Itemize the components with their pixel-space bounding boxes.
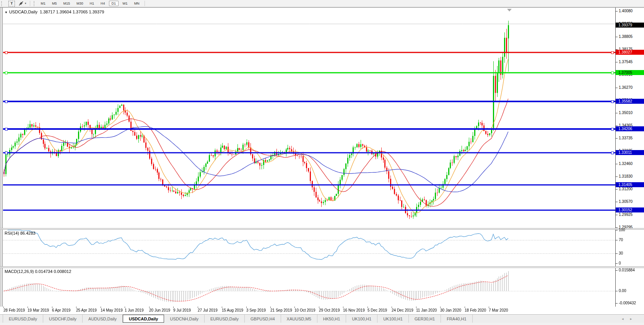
date-axis-label: 29 Oct 2019 xyxy=(319,308,340,312)
price-chart-canvas[interactable] xyxy=(3,8,615,229)
price-axis-tickmark xyxy=(616,37,618,37)
date-axis-tickmark xyxy=(270,307,271,308)
current-price-badge: 1.39379 xyxy=(616,23,644,28)
price-line-badge: 1.37005 xyxy=(616,70,644,75)
date-axis-tickmark xyxy=(489,307,489,308)
cursor-arrows-icon xyxy=(18,1,24,6)
timeframe-button[interactable]: M15 xyxy=(61,1,73,6)
date-axis-label: 19 Mar 2019 xyxy=(28,308,49,312)
price-axis-tickmark xyxy=(616,88,618,88)
symbol-tab[interactable]: FRA40,H1 xyxy=(441,315,472,323)
macd-chart-canvas[interactable] xyxy=(3,268,615,307)
chart-title: ▼USDCAD,Daily 1.38717 1.39604 1.37065 1.… xyxy=(5,10,104,14)
date-axis[interactable]: 28 Feb 201919 Mar 20196 Apr 201925 Apr 2… xyxy=(0,307,644,314)
symbol-tab[interactable]: UK100,H1 xyxy=(377,315,409,323)
tab-scroll-right-icon[interactable]: ► xyxy=(629,317,633,321)
date-axis-tickmark xyxy=(149,307,150,308)
price-axis-tickmark xyxy=(616,215,618,215)
date-axis-label: 27 Jul 2019 xyxy=(198,308,218,312)
chart-frame-line xyxy=(1,8,1,228)
bar-high: 1.39604 xyxy=(56,10,72,14)
date-axis-label: 18 Feb 2020 xyxy=(465,308,486,312)
bar-low: 1.37065 xyxy=(73,10,88,14)
rsi-label: RSI(14) 86.4283 xyxy=(5,231,36,235)
date-axis-tickmark xyxy=(294,307,295,308)
symbol-tab[interactable]: USDCHF,Daily xyxy=(43,315,83,323)
date-axis-tickmark xyxy=(28,307,28,308)
chevron-down-icon: ▾ xyxy=(25,2,26,5)
date-axis-label: 20 Jun 2019 xyxy=(149,308,170,312)
rsi-pane: RSI(14) 86.4283 10070300 xyxy=(0,230,644,266)
rsi-axis-tick-label: 100 xyxy=(619,228,625,232)
text-tool-button[interactable]: T xyxy=(6,0,16,7)
price-axis-tick-label: 1.32460 xyxy=(619,162,633,166)
date-axis-tickmark xyxy=(101,307,101,308)
price-axis-tick-label: 1.31830 xyxy=(619,174,633,178)
rsi-axis-tick-label: 30 xyxy=(619,251,623,255)
timeframe-button[interactable]: M1 xyxy=(38,1,49,6)
macd-pane: MACD(12,26,9) 0.014734 0.008012 0.015884… xyxy=(0,268,644,307)
date-axis-tickmark xyxy=(392,307,392,308)
timeframe-button[interactable]: H1 xyxy=(87,1,97,6)
toolbar-grip[interactable] xyxy=(34,1,36,6)
symbol-tab[interactable]: EURUSD,Daily xyxy=(3,315,43,323)
chart-tab-bar: EURUSD,DailyUSDCHF,DailyAUDUSD,DailyUSDC… xyxy=(0,314,644,323)
timeframe-button[interactable]: W1 xyxy=(120,1,130,6)
toolbar-separator xyxy=(30,1,30,6)
cursor-tool-button[interactable]: ▾ xyxy=(17,0,28,7)
symbol-tab[interactable]: USDCNH,Daily xyxy=(164,315,205,323)
macd-axis[interactable]: 0.0158840.00-0.009432 xyxy=(615,268,644,307)
rsi-axis-tickmark xyxy=(616,253,618,254)
symbol-tab[interactable]: GBPUSD,H4 xyxy=(245,315,281,323)
text-tool-icon: T xyxy=(8,1,15,7)
date-axis-label: 9 Jul 2019 xyxy=(173,308,191,312)
date-axis-label: 3 Sep 2019 xyxy=(246,308,266,312)
symbol-tab[interactable]: GER30,H1 xyxy=(409,315,441,323)
date-axis-tickmark xyxy=(198,307,198,308)
date-axis-label: 21 Sep 2019 xyxy=(270,308,292,312)
price-axis-tickmark xyxy=(616,138,618,139)
symbol-tab[interactable]: USDCAD,Daily xyxy=(123,315,164,323)
timeframe-button[interactable]: M5 xyxy=(49,1,60,6)
price-axis-tickmark xyxy=(616,164,618,164)
price-axis-tickmark xyxy=(616,202,618,202)
macd-axis-tickmark xyxy=(616,291,618,291)
date-axis-label: 14 May 2019 xyxy=(101,308,123,312)
date-axis-tickmark xyxy=(319,307,319,308)
toolbar-separator xyxy=(145,1,145,6)
timeframe-button[interactable]: D1 xyxy=(109,1,119,6)
price-axis-tickmark xyxy=(616,11,618,11)
bar-open: 1.38717 xyxy=(40,10,55,14)
rsi-axis-tickmark xyxy=(616,230,618,230)
price-axis[interactable]: 1.400801.394501.388051.381751.375451.369… xyxy=(615,8,644,228)
rsi-chart-canvas[interactable] xyxy=(3,230,615,266)
price-axis-tick-label: 1.35010 xyxy=(619,111,633,115)
macd-axis-tickmark xyxy=(616,270,618,271)
date-axis-label: 16 Nov 2019 xyxy=(343,308,365,312)
macd-axis-tick-label: -0.009432 xyxy=(619,301,636,305)
timeframe-button[interactable]: H4 xyxy=(98,1,108,6)
date-axis-label: 1 Jun 2019 xyxy=(125,308,144,312)
timeframe-button[interactable]: M30 xyxy=(74,1,86,6)
price-axis-tick-label: 1.29925 xyxy=(619,212,633,217)
symbol-tab[interactable]: AUDUSD,Daily xyxy=(83,315,123,323)
toolbar-grip[interactable] xyxy=(1,1,4,6)
date-axis-tickmark xyxy=(173,307,174,308)
symbol-tab[interactable]: UK100,H1 xyxy=(346,315,377,323)
rsi-axis[interactable]: 10070300 xyxy=(615,230,644,266)
price-axis-tick-label: 1.40080 xyxy=(619,9,633,13)
symbol-tab[interactable]: EURUSD,Daily xyxy=(205,315,245,323)
toolbar: T ▾ M1M5M15M30H1H4D1W1MN xyxy=(0,0,644,7)
symbol-tab[interactable]: HK50,H1 xyxy=(317,315,346,323)
date-axis-tickmark xyxy=(368,307,368,308)
collapse-caret-icon[interactable]: ▼ xyxy=(5,11,8,14)
symbol-tab[interactable]: XAUUSD,M5 xyxy=(281,315,317,323)
tab-scroll-left-icon[interactable]: ◄ xyxy=(621,317,624,321)
date-axis-label: 6 Apr 2019 xyxy=(52,308,70,312)
status-strip xyxy=(0,323,644,325)
timeframe-button[interactable]: MN xyxy=(132,1,142,6)
date-axis-label: 10 Oct 2019 xyxy=(294,308,315,312)
date-axis-label: 15 Aug 2019 xyxy=(222,308,243,312)
date-axis-tickmark xyxy=(52,307,52,308)
date-axis-tickmark xyxy=(440,307,441,308)
